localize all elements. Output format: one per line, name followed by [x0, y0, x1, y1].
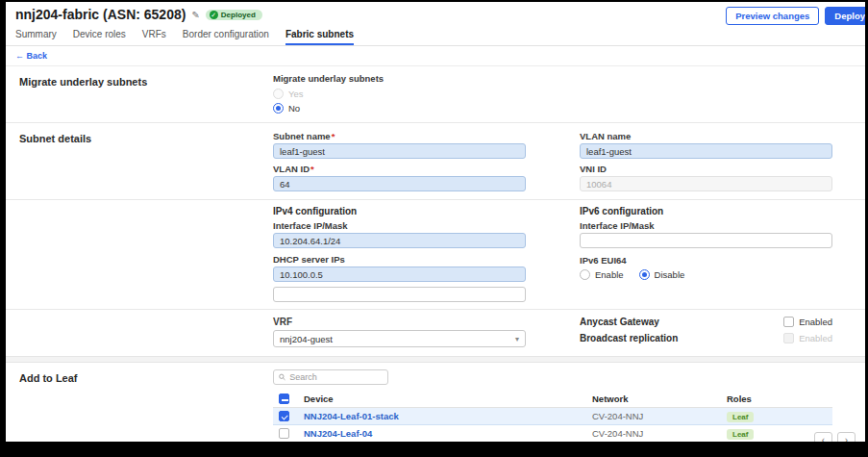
ipv6-heading: IPv6 configuration [580, 206, 832, 216]
eui64-option-enable[interactable]: Enable [580, 269, 624, 280]
broadcast-replication-checkbox [783, 333, 794, 343]
search-icon [279, 373, 285, 381]
back-row: ← Back [6, 46, 865, 66]
device-search-input[interactable] [289, 372, 383, 382]
device-search-box[interactable] [273, 369, 388, 385]
migrate-section-body: Migrate underlay subnets Yes No [273, 66, 865, 122]
broadcast-replication-label: Broadcast replication [580, 333, 678, 343]
eui64-label: IPv6 EUI64 [580, 255, 832, 266]
anycast-gateway-checkbox[interactable] [783, 317, 794, 327]
tab-bar: Summary Device roles VRFs Border configu… [6, 25, 865, 46]
subnet-details-section: Subnet details Subnet name* VLAN name VL… [6, 123, 865, 199]
ip-configuration-section: IPv4 configuration Interface IP/Mask DHC… [6, 200, 865, 309]
eui64-option-disable[interactable]: Disable [639, 269, 685, 280]
back-link-label: Back [27, 51, 48, 61]
yes-radio-label[interactable]: Yes [288, 89, 304, 99]
device-link[interactable]: NNJ204-Leaf-04 [304, 428, 592, 439]
vrf-gateway-spacer [6, 310, 273, 356]
chevron-right-icon: › [845, 435, 848, 442]
edit-icon[interactable]: ✎ [191, 10, 199, 20]
chevron-down-icon: ▾ [515, 335, 519, 343]
vrf-select[interactable]: nnj204-guest ▾ [273, 330, 526, 347]
subnet-details-fields: Subnet name* VLAN name VLAN ID* VNI ID [273, 123, 865, 199]
required-asterisk: * [332, 131, 335, 141]
status-badge: ✓ Deployed [206, 10, 262, 20]
pagination-prev-button[interactable]: ‹ [814, 432, 832, 442]
device-table-row[interactable]: NNJ204-Leaf-04 CV-204-NNJ Leaf [273, 425, 832, 442]
tab-border-configuration[interactable]: Border configuration [183, 29, 269, 45]
tab-summary[interactable]: Summary [15, 29, 57, 45]
anycast-gateway-checkbox-label[interactable]: Enabled [799, 317, 832, 327]
subnet-name-field-group: Subnet name* [273, 131, 526, 159]
row-checkbox[interactable] [279, 428, 289, 439]
vlan-name-input[interactable] [580, 143, 832, 159]
vrf-select-value: nnj204-guest [280, 334, 333, 344]
device-link[interactable]: NNJ204-Leaf-01-stack [304, 411, 592, 421]
dhcp-input-1[interactable] [273, 267, 526, 282]
chevron-left-icon: ‹ [822, 435, 825, 442]
yes-radio[interactable] [273, 89, 284, 99]
ipv6-column: IPv6 configuration Interface IP/Mask IPv… [580, 206, 832, 280]
network-cell: CV-204-NNJ [592, 428, 727, 439]
disable-radio[interactable] [639, 269, 650, 280]
vni-id-input [580, 176, 832, 191]
vlan-id-label-text: VLAN ID [273, 164, 310, 174]
subnet-name-label-text: Subnet name [273, 131, 331, 141]
no-radio-label[interactable]: No [288, 103, 300, 114]
fabric-subnets-page: nnj204-fabric (ASN: 65208) ✎ ✓ Deployed … [6, 2, 865, 442]
device-table: Device Network Roles NNJ204-Leaf-01-stac… [273, 391, 832, 442]
subnet-name-input[interactable] [273, 143, 526, 159]
anycast-gateway-row: Anycast Gateway Enabled [580, 317, 832, 327]
migrate-option-yes[interactable]: Yes [273, 89, 832, 99]
enable-radio-label[interactable]: Enable [595, 269, 624, 280]
dhcp-inputs [273, 267, 526, 302]
column-header-roles: Roles [727, 394, 832, 404]
vni-id-label: VNI ID [580, 164, 832, 174]
eui64-options: Enable Disable [580, 269, 832, 280]
role-badge: Leaf [727, 429, 754, 440]
title-row: nnj204-fabric (ASN: 65208) ✎ ✓ Deployed [15, 7, 262, 22]
no-radio[interactable] [273, 103, 284, 114]
ipv4-column: IPv4 configuration Interface IP/Mask DHC… [273, 206, 526, 302]
tab-vrfs[interactable]: VRFs [142, 29, 166, 45]
add-to-leaf-section: Add to Leaf Device Network Roles NNJ204-… [6, 363, 865, 442]
disable-radio-label[interactable]: Disable [655, 269, 685, 280]
ipv4-interface-input[interactable] [273, 233, 526, 248]
ipv4-interface-field-group: Interface IP/Mask [273, 220, 526, 248]
anycast-gateway-control[interactable]: Enabled [783, 317, 832, 327]
preview-changes-button[interactable]: Preview changes [726, 7, 819, 25]
device-table-row[interactable]: NNJ204-Leaf-01-stack CV-204-NNJ Leaf [273, 408, 832, 425]
subnet-details-title: Subnet details [6, 123, 273, 199]
gateway-toggles: Anycast Gateway Enabled Broadcast replic… [580, 317, 832, 343]
migrate-options: Yes No [273, 89, 832, 114]
broadcast-replication-row: Broadcast replication Enabled [580, 333, 832, 343]
tab-device-roles[interactable]: Device roles [73, 29, 126, 45]
tab-fabric-subnets[interactable]: Fabric subnets [285, 29, 354, 45]
ipv6-interface-field-group: Interface IP/Mask [580, 220, 832, 248]
vlan-name-field-group: VLAN name [580, 131, 832, 159]
vrf-gateway-section: VRF nnj204-guest ▾ Anycast Gateway Enabl… [6, 310, 865, 356]
vlan-id-field-group: VLAN ID* [273, 164, 526, 191]
ip-configuration-spacer [6, 200, 273, 309]
ipv6-interface-input[interactable] [580, 233, 832, 248]
migrate-option-no[interactable]: No [273, 103, 832, 114]
migrate-field-label: Migrate underlay subnets [273, 73, 832, 84]
network-cell: CV-204-NNJ [592, 411, 727, 421]
back-link[interactable]: ← Back [15, 51, 47, 61]
dhcp-field-group: DHCP server IPs [273, 254, 526, 302]
role-cell: Leaf [727, 411, 832, 422]
status-badge-label: Deployed [221, 11, 256, 19]
select-all-checkbox[interactable] [279, 394, 289, 404]
deploy-button[interactable]: Deploy [825, 7, 865, 25]
vlan-id-input[interactable] [273, 176, 526, 191]
pagination-next-button[interactable]: › [837, 432, 856, 442]
vni-id-field-group: VNI ID [580, 164, 832, 191]
vlan-id-label: VLAN ID* [273, 164, 526, 174]
migrate-section-title: Migrate underlay subnets [6, 66, 273, 122]
back-arrow-icon: ← [15, 51, 24, 61]
dhcp-input-2[interactable] [273, 287, 526, 302]
row-checkbox[interactable] [279, 411, 289, 421]
enable-radio[interactable] [580, 269, 590, 280]
role-badge: Leaf [727, 412, 754, 422]
anycast-gateway-label: Anycast Gateway [580, 317, 659, 327]
